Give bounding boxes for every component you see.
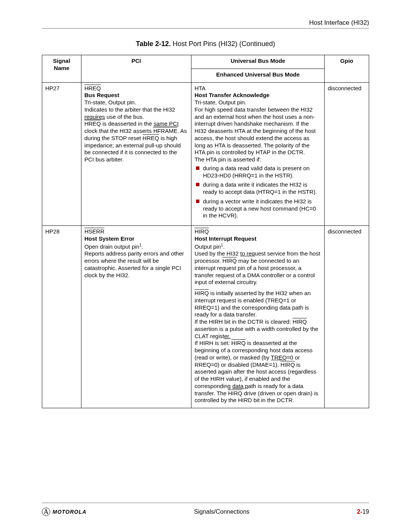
signal-hserr: HSERR [84,228,105,235]
running-header: Host Interface (HI32) [42,19,369,27]
text: HIRQ [231,340,246,346]
text: same PCI [153,120,178,127]
cell-pci: HSERR Host System Error Open drain outpu… [81,226,191,408]
text: If HIRH is set: [194,340,231,346]
text: clock that the HI32 asserts [84,128,153,134]
text: er. [224,333,231,339]
text: HREQ [84,120,101,127]
text: Tri-state, Output pin. [84,99,136,105]
cell-pci: HREQ Bus Request Tri-state, Output pin. … [81,82,191,226]
page-num: 19 [362,508,369,515]
cell-ubm: HIRQ Host Interrupt Request Output pin1.… [191,226,325,408]
signal-hirq: HIRQ [194,228,209,235]
footer-center: Signals/Connections [194,508,250,515]
text: For high speed data transfer between the… [194,106,315,156]
text: HIRQ [223,257,237,264]
th-eubm: Enhanced Universal Bus Mode [191,69,325,82]
list-item: during a data read valid data is present… [194,165,321,179]
text: to req [240,250,255,257]
text: HIRQ [228,390,242,396]
page: Host Interface (HI32) Table 2-12. Host P… [0,0,411,532]
cell-gpio: disconnected [325,226,369,408]
th-signal: Signal Name [42,55,81,83]
text: requires [84,113,105,120]
text: Output pin [194,243,221,250]
brand-text: MOTOROLA [53,509,86,515]
cell-signal: HP27 [42,82,81,226]
list-item: during a data write it indicates the HI3… [194,181,321,196]
footer: A MOTOROLA Signals/Connections 2-19 [42,503,369,516]
header-rule [42,28,369,29]
table-caption: Table 2-12. Host Port Pins (HI32) (Conti… [42,40,369,48]
text: assertion is a pulse with a width contro… [194,326,318,339]
text: is deasserted in the [101,120,153,127]
pci-title: Bus Request [84,92,119,98]
caption-number: Table 2-12. [136,40,171,48]
signal-hta: HTA [194,85,206,91]
cell-gpio: disconnected [325,82,369,226]
ubm-title: Host Transfer Acknowledge [194,92,269,98]
text: HREQ [143,135,159,141]
text: Tri-state, Output pin. [194,99,246,105]
footer-brand: A MOTOROLA [42,508,86,516]
text: use of the bus. [105,113,144,120]
ubm-title: Host Interrupt Request [194,235,256,242]
cell-ubm: HTA Host Transfer Acknowledge Tri-state,… [191,82,325,226]
footer-rule [42,503,369,503]
pci-title: Host System Error [84,235,135,242]
text: . [223,243,225,250]
text: HIRQ [280,361,295,368]
th-pci: PCI [81,55,191,83]
table-row: HP27 HREQ Bus Request Tri-state, Output … [42,82,369,226]
text: Open drain output pin [84,243,139,250]
text: is initially asserted by the HI32 when a… [194,290,311,318]
text: HIRQ [194,290,209,296]
caption-text: Host Port Pins (HI32) (Continued) [171,40,275,48]
bullet-list: during a data read valid data is present… [194,165,321,219]
signal-hreq: HREQ [84,85,101,91]
text: If the HIRH bit in the DCTR is cleared: [194,318,293,325]
motorola-logo-icon: A [42,508,50,516]
text: data p [232,383,248,389]
text: The HTA pin is asserted if: [194,156,261,163]
text: Reports address parity errors and other … [84,250,184,278]
text: Indicates to the arbiter that the HI32 [84,106,175,113]
th-gpio: Gpio [325,55,369,83]
list-item: during a vector write it indicates the H… [194,198,321,219]
text: HFRAME [153,128,177,134]
cell-signal: HP28 [42,226,81,408]
text: TREQ [271,354,287,361]
table-row: HP28 HSERR Host System Error Open drain … [42,226,369,408]
page-prefix: 2- [357,508,362,515]
page-number: 2-19 [357,508,369,515]
text: HIRQ [293,318,307,325]
text: Used by the HI32 [194,250,240,257]
host-port-pins-table: Signal Name PCI Universal Bus Mode Gpio … [42,55,369,408]
text: . [142,243,143,250]
spacer [194,286,321,290]
th-ubm: Universal Bus Mode [191,55,325,69]
